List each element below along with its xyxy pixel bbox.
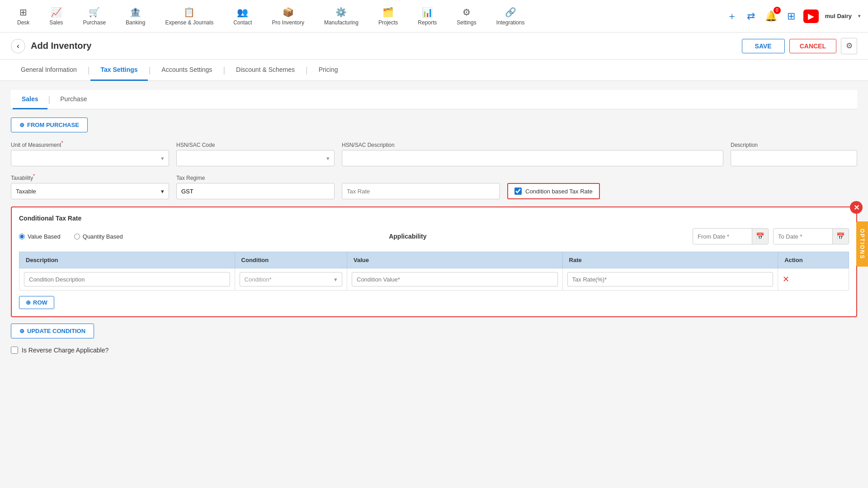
- row-rate-input[interactable]: [567, 272, 774, 286]
- description-label: Description: [731, 142, 857, 148]
- quantity-based-option[interactable]: Quantity Based: [74, 233, 123, 240]
- unit-dropdown-arrow: ▾: [161, 155, 164, 162]
- row-condition-cell: Condition* ▾: [235, 268, 347, 291]
- settings-gear-button[interactable]: ⚙: [841, 38, 857, 54]
- value-based-option[interactable]: Value Based: [19, 233, 61, 240]
- sub-tab-sales[interactable]: Sales: [13, 90, 47, 109]
- tab-discount-schemes[interactable]: Discount & Schemes: [226, 60, 305, 81]
- ctr-title: Conditional Tax Rate: [19, 215, 849, 222]
- save-button[interactable]: SAVE: [742, 39, 785, 53]
- ctr-top-row: Value Based Quantity Based Applicability…: [19, 228, 849, 244]
- condition-based-label[interactable]: Condition based Tax Rate: [525, 188, 593, 195]
- from-date-input[interactable]: [693, 229, 752, 244]
- tab-accounts-settings[interactable]: Accounts Settings: [151, 60, 222, 81]
- tax-regime-input[interactable]: [176, 183, 335, 199]
- col-rate: Rate: [562, 252, 778, 268]
- nav-item-manufacturing[interactable]: ⚙️ Manufacturing: [314, 3, 368, 29]
- from-date-calendar-button[interactable]: 📅: [752, 229, 768, 244]
- taxability-select[interactable]: Taxable ▾: [11, 183, 169, 199]
- date-fields: 📅 📅: [693, 228, 849, 244]
- reports-icon: 📊: [422, 7, 433, 18]
- main-tabs: General Information | Tax Settings | Acc…: [0, 60, 868, 81]
- hsn-code-label: HSN/SAC Code: [176, 142, 335, 148]
- nav-label-desk: Desk: [17, 19, 29, 26]
- company-dropdown-arrow[interactable]: ▾: [858, 13, 861, 19]
- condition-based-wrapper: Condition based Tax Rate: [507, 183, 600, 199]
- tab-general-information[interactable]: General Information: [11, 60, 87, 81]
- delete-row-button[interactable]: ✕: [783, 274, 789, 284]
- page-header-right: SAVE CANCEL ⚙: [742, 38, 857, 54]
- nav-label-sales: Sales: [49, 19, 63, 26]
- nav-item-purchase[interactable]: 🛒 Purchase: [73, 3, 116, 29]
- add-button[interactable]: ＋: [725, 8, 739, 25]
- grid-button[interactable]: ⊞: [785, 9, 797, 24]
- from-purchase-label: FROM PURCHASE: [27, 122, 79, 128]
- transfer-button[interactable]: ⇄: [745, 9, 757, 24]
- youtube-button[interactable]: ▶: [803, 9, 819, 23]
- contact-icon: 👥: [237, 7, 248, 18]
- notification-wrap: 🔔 0: [763, 9, 779, 24]
- nav-label-contact: Contact: [233, 19, 252, 26]
- quantity-based-radio[interactable]: [74, 234, 80, 239]
- row-value-input[interactable]: [352, 272, 558, 286]
- banking-icon: 🏦: [130, 7, 141, 18]
- ctr-table-body: Condition* ▾ ✕: [19, 268, 849, 291]
- nav-label-banking: Banking: [126, 19, 145, 26]
- ctr-close-button[interactable]: ✕: [850, 201, 863, 214]
- nav-item-integrations[interactable]: 🔗 Integrations: [486, 3, 535, 29]
- nav-item-projects[interactable]: 🗂️ Projects: [368, 3, 408, 29]
- unit-of-measurement-select[interactable]: ▾: [11, 150, 169, 166]
- ctr-table-head: Description Condition Value Rate Action: [19, 252, 849, 268]
- reverse-charge-label[interactable]: Is Reverse Charge Applicable?: [22, 347, 108, 354]
- to-date-calendar-button[interactable]: 📅: [832, 229, 849, 244]
- value-based-radio[interactable]: [19, 234, 25, 239]
- row-value-cell: [347, 268, 563, 291]
- hsn-dropdown-arrow: ▾: [326, 155, 330, 162]
- conditional-tax-rate-section: ✕ Conditional Tax Rate Value Based Quant…: [11, 206, 857, 317]
- add-row-button[interactable]: ⊕ ROW: [19, 296, 54, 309]
- cancel-button[interactable]: CANCEL: [789, 39, 836, 53]
- update-condition-button[interactable]: ⊕ UPDATE CONDITION: [11, 324, 94, 338]
- manufacturing-icon: ⚙️: [335, 7, 347, 18]
- to-date-input[interactable]: [774, 229, 832, 244]
- back-button[interactable]: ‹: [11, 39, 25, 53]
- nav-item-settings[interactable]: ⚙ Settings: [447, 3, 486, 29]
- to-date-wrap: 📅: [773, 228, 849, 244]
- taxability-value: Taxable: [16, 188, 36, 195]
- page-header: ‹ Add Inventory SAVE CANCEL ⚙: [0, 33, 868, 60]
- sub-tab-purchase[interactable]: Purchase: [51, 90, 96, 109]
- nav-item-sales[interactable]: 📈 Sales: [39, 3, 73, 29]
- plus-icon: ⊕: [26, 299, 31, 306]
- tab-tax-settings[interactable]: Tax Settings: [90, 60, 147, 81]
- row-description-input[interactable]: [24, 272, 230, 286]
- condition-based-checkbox[interactable]: [514, 188, 522, 195]
- company-name[interactable]: mul Dairy: [825, 13, 852, 19]
- form-row-2: Taxability* Taxable ▾ Tax Regime Conditi…: [11, 174, 857, 199]
- ctr-table-header-row: Description Condition Value Rate Action: [19, 252, 849, 268]
- notification-badge: 0: [774, 7, 781, 14]
- nav-label-projects: Projects: [378, 19, 398, 26]
- nav-right: ＋ ⇄ 🔔 0 ⊞ ▶ mul Dairy ▾: [725, 8, 861, 25]
- hsn-code-select[interactable]: ▾: [176, 150, 335, 166]
- condition-checkbox-group: Condition based Tax Rate: [507, 183, 600, 199]
- nav-item-banking[interactable]: 🏦 Banking: [116, 3, 155, 29]
- from-purchase-button[interactable]: ⊕ FROM PURCHASE: [11, 117, 88, 132]
- options-sidebar[interactable]: OPTIONS: [856, 221, 868, 267]
- pro-inventory-icon: 📦: [283, 7, 294, 18]
- description-input[interactable]: [731, 150, 857, 166]
- form-row-1: Unit of Measurement* ▾ HSN/SAC Code ▾ HS…: [11, 141, 857, 166]
- tax-rate-input[interactable]: [342, 183, 500, 199]
- projects-icon: 🗂️: [382, 7, 394, 18]
- row-condition-select[interactable]: Condition* ▾: [240, 272, 342, 286]
- nav-item-desk[interactable]: ⊞ Desk: [7, 3, 39, 29]
- tab-divider-2: |: [148, 60, 152, 80]
- nav-item-pro-inventory[interactable]: 📦 Pro Inventory: [262, 3, 314, 29]
- reverse-charge-checkbox[interactable]: [11, 347, 18, 354]
- nav-item-expense[interactable]: 📋 Expense & Journals: [155, 3, 223, 29]
- hsn-description-input[interactable]: [342, 150, 723, 166]
- tab-pricing[interactable]: Pricing: [309, 60, 348, 81]
- update-condition-label: UPDATE CONDITION: [27, 328, 85, 334]
- nav-item-contact[interactable]: 👥 Contact: [223, 3, 262, 29]
- nav-item-reports[interactable]: 📊 Reports: [408, 3, 447, 29]
- purchase-icon: 🛒: [89, 7, 100, 18]
